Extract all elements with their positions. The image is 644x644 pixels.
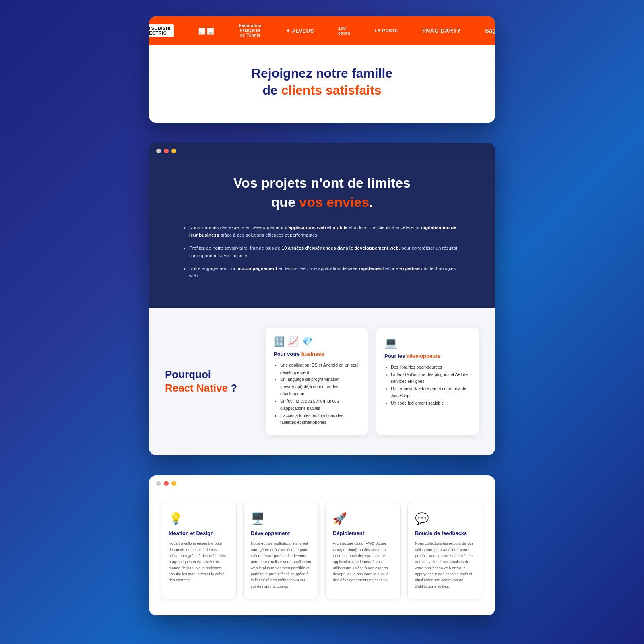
- ideation-title: Idéation et Design: [169, 530, 229, 536]
- dot-1: [156, 481, 161, 486]
- projets-heading: Vos projets n'ont de limites que vos env…: [181, 173, 463, 212]
- window-dots-3: [149, 475, 495, 486]
- business-item-1: Une application iOS et Android en un seu…: [280, 362, 360, 376]
- methodes-content: 💡 Idéation et Design Nous travaillons en…: [149, 486, 495, 615]
- dot-1: [156, 149, 161, 153]
- logo-laposte: LA POSTE: [375, 28, 398, 33]
- computer-icon: 🖥️: [251, 512, 311, 525]
- clients-heading: Rejoignez notre famille de clients satis…: [165, 65, 479, 99]
- info-boxes: 🔢 📈 💎 Pour votre business Une applicatio…: [266, 328, 479, 436]
- feedbacks-text: Nous collectons les retours de vos utili…: [415, 540, 475, 589]
- feedbacks-title: Boucle de feedbacks: [415, 530, 475, 536]
- lightbulb-icon: 💡: [169, 512, 229, 525]
- monitor-icon: 💻: [384, 336, 471, 349]
- logo-alveus: ✦ ALVEUS: [286, 28, 314, 34]
- diamond-icon: 💎: [302, 336, 313, 347]
- method-deploiement: 🚀 Déploiement Architecture cloud (AWS, A…: [325, 502, 401, 599]
- window-dots-2: [149, 143, 495, 153]
- ideation-text: Nous travaillons ensemble pour découvrir…: [169, 540, 229, 583]
- developpement-title: Développement: [251, 530, 311, 536]
- method-developpement: 🖥️ Développement Notre équipe multidisci…: [243, 502, 319, 599]
- logos-bar: MITSUBISHIELECTRIC ▦▦ FédérationFrançais…: [149, 16, 495, 45]
- card-clients: MITSUBISHIELECTRIC ▦▦ FédérationFrançais…: [149, 16, 495, 123]
- business-item-4: L'accès à toutes les fonctions des table…: [280, 412, 360, 427]
- logo-sagemcom: SageM: [485, 27, 495, 34]
- bullet-2: Profitez de notre savoir-faire, fruit de…: [189, 244, 463, 259]
- projets-bullets: Nous sommes des experts en développement…: [181, 224, 463, 279]
- react-native-section: Pourquoi React Native ? 🔢 📈 💎 Pour votre…: [149, 308, 495, 456]
- logo-fft: FédérationFrançaisede Tennis: [239, 23, 262, 38]
- devs-item-1: Des librairies open-sources: [391, 364, 471, 371]
- method-ideation: 💡 Idéation et Design Nous travaillons en…: [161, 502, 237, 599]
- business-title: Pour votre business: [274, 351, 360, 357]
- methodes-grid: 💡 Idéation et Design Nous travaillons en…: [161, 502, 483, 599]
- logo-grid: ▦▦: [198, 26, 215, 35]
- clients-content: Rejoignez notre famille de clients satis…: [149, 45, 495, 123]
- dot-2: [164, 149, 169, 153]
- devs-item-2: La facilité d'inclure des plug-ins et AP…: [391, 371, 471, 386]
- devs-title: Pour les développeurs: [384, 353, 471, 359]
- react-native-title: Pourquoi React Native ?: [165, 368, 254, 395]
- method-feedbacks: 💬 Boucle de feedbacks Nous collectons le…: [407, 502, 483, 599]
- dot-3: [171, 481, 176, 486]
- box-devs: 💻 Pour les développeurs Des librairies o…: [376, 328, 479, 436]
- projets-content: Vos projets n'ont de limites que vos env…: [149, 153, 495, 308]
- deploiement-title: Déploiement: [333, 530, 393, 536]
- bullet-1: Nous sommes des experts en développement…: [189, 224, 463, 239]
- card-projets: Vos projets n'ont de limites que vos env…: [149, 143, 495, 455]
- bullet-3: Notre engagement : un accompagnement en …: [189, 265, 463, 280]
- grid-icon: 🔢: [274, 336, 285, 347]
- logo-100camp: 100camp: [338, 26, 351, 35]
- business-item-3: Un feeling et des performances d'applica…: [280, 398, 360, 412]
- dot-3: [171, 149, 176, 153]
- devs-item-3: Un framework adoré par la communauté Jav…: [391, 385, 471, 400]
- chat-icon: 💬: [415, 512, 475, 525]
- box-business: 🔢 📈 💎 Pour votre business Une applicatio…: [266, 328, 368, 436]
- logo-mitsubishi: MITSUBISHIELECTRIC: [149, 24, 174, 37]
- deploiement-text: Architecture cloud (AWS, Azure, Google C…: [333, 540, 393, 583]
- rocket-icon: 🚀: [333, 512, 393, 525]
- business-list: Une application iOS et Android en un seu…: [280, 362, 360, 427]
- card-methodes: 💡 Idéation et Design Nous travaillons en…: [149, 475, 495, 615]
- devs-item-4: Un code facilement scalable: [391, 400, 471, 407]
- business-icons: 🔢 📈 💎: [274, 336, 360, 347]
- developpement-text: Notre équipe multidisciplinaire est auto…: [251, 540, 311, 589]
- devs-list: Des librairies open-sources La facilité …: [391, 364, 471, 407]
- logo-fnac: FNAC DARTY: [422, 27, 461, 34]
- chart-icon: 📈: [288, 336, 299, 347]
- dot-2: [164, 481, 169, 486]
- business-item-2: Un language de programmation (JavaScript…: [280, 376, 360, 398]
